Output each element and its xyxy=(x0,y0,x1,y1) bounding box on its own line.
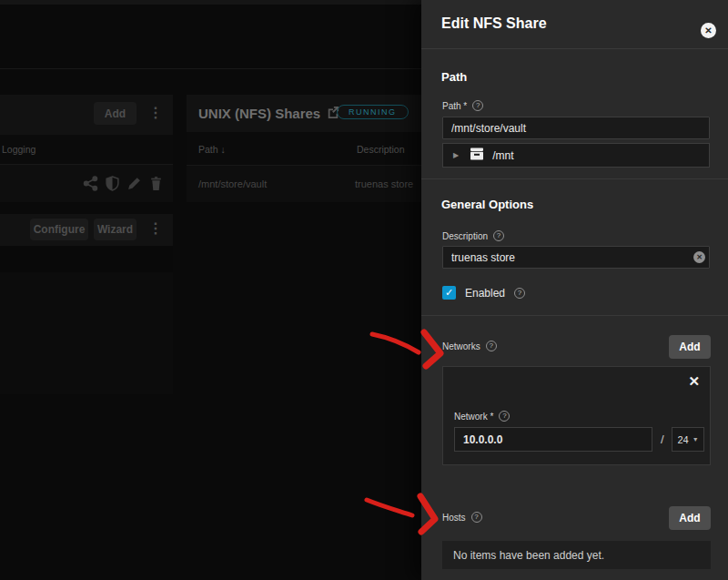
smb-menu-icon[interactable]: ⋮ xyxy=(148,106,163,120)
nfs-table-row[interactable]: /mnt/store/vault truenas store xyxy=(187,165,421,202)
enabled-label: Enabled xyxy=(465,287,505,300)
delete-icon[interactable] xyxy=(148,176,164,191)
screen: Add ⋮ Logging xyxy=(0,0,728,580)
path-tree-node[interactable]: ▶ /mnt xyxy=(442,143,710,168)
remove-network-icon[interactable]: ✕ xyxy=(688,374,700,388)
hosts-empty-text: No items have been added yet. xyxy=(453,549,604,562)
path-section-heading: Path xyxy=(441,70,467,84)
section-divider xyxy=(421,178,728,179)
iscsi-table-body xyxy=(0,272,173,394)
hosts-label: Hosts xyxy=(442,513,466,523)
nfs-table-header: Path ↓ Description xyxy=(187,132,421,165)
description-field-label: Description ? xyxy=(442,230,504,241)
iscsi-wizard-button[interactable]: Wizard xyxy=(94,219,136,240)
nfs-column-path[interactable]: Path ↓ xyxy=(198,144,226,155)
nfs-shares-card: UNIX (NFS) Shares RUNNING Path ↓ Descrip… xyxy=(187,95,421,202)
general-options-heading: General Options xyxy=(441,198,533,211)
help-icon[interactable]: ? xyxy=(472,100,483,111)
iscsi-card: Configure Wizard ⋮ xyxy=(0,214,173,394)
network-field-label: Network * ? xyxy=(454,411,510,422)
folder-icon xyxy=(470,148,484,164)
nfs-card-title: UNIX (NFS) Shares xyxy=(198,106,320,121)
smb-column-logging: Logging xyxy=(2,144,35,155)
iscsi-configure-button[interactable]: Configure xyxy=(30,219,88,240)
smb-table-row xyxy=(0,164,173,202)
clear-input-icon[interactable]: ✕ xyxy=(693,251,705,263)
close-icon[interactable]: ✕ xyxy=(701,23,716,38)
networks-add-button[interactable]: Add xyxy=(669,335,711,359)
share-icon[interactable] xyxy=(83,176,98,191)
iscsi-table-header xyxy=(0,246,173,272)
cidr-separator: / xyxy=(661,432,664,446)
description-input[interactable] xyxy=(442,246,710,269)
help-icon[interactable]: ? xyxy=(486,341,497,351)
panel-title: Edit NFS Share xyxy=(441,15,547,32)
smb-row-actions xyxy=(83,176,164,191)
network-input[interactable] xyxy=(454,427,652,452)
nfs-column-description[interactable]: Description xyxy=(357,144,405,155)
help-icon[interactable]: ? xyxy=(471,512,482,523)
chevron-down-icon: ▼ xyxy=(693,436,699,443)
iscsi-menu-icon[interactable]: ⋮ xyxy=(148,221,163,236)
prefix-select[interactable]: 24 ▼ xyxy=(672,427,704,452)
networks-label: Networks xyxy=(442,341,480,351)
path-field-label: Path * ? xyxy=(442,100,483,111)
iscsi-card-header: Configure Wizard ⋮ xyxy=(0,214,173,246)
smb-shares-card: Add ⋮ Logging xyxy=(0,95,173,202)
shield-icon[interactable] xyxy=(105,176,120,191)
help-icon[interactable]: ? xyxy=(514,288,525,299)
help-icon[interactable]: ? xyxy=(499,411,510,422)
help-icon[interactable]: ? xyxy=(493,230,504,241)
panel-header: Edit NFS Share ✕ xyxy=(421,0,728,49)
dimmed-background: Add ⋮ Logging xyxy=(0,0,421,580)
prefix-value: 24 xyxy=(677,434,688,445)
top-bar xyxy=(0,0,421,5)
nfs-status-badge[interactable]: RUNNING xyxy=(337,105,409,119)
tree-node-label: /mnt xyxy=(492,149,513,162)
path-input[interactable] xyxy=(442,117,710,139)
section-divider xyxy=(421,315,728,316)
hosts-add-button[interactable]: Add xyxy=(669,506,711,530)
nfs-card-header: UNIX (NFS) Shares RUNNING xyxy=(187,95,421,132)
smb-add-button[interactable]: Add xyxy=(94,102,136,125)
nfs-row-description: truenas store xyxy=(355,178,413,189)
hosts-empty-box: No items have been added yet. xyxy=(442,541,711,569)
tree-expand-icon[interactable]: ▶ xyxy=(453,151,459,159)
nfs-row-path: /mnt/store/vault xyxy=(198,178,267,189)
enabled-checkbox[interactable]: ✓ xyxy=(442,286,456,300)
sort-down-icon: ↓ xyxy=(221,144,226,155)
smb-card-header: Add ⋮ xyxy=(0,95,173,135)
network-entry-card: ✕ Network * ? / 24 ▼ xyxy=(442,366,711,465)
edit-icon[interactable] xyxy=(126,176,142,191)
header-divider xyxy=(0,68,421,69)
smb-table-header: Logging xyxy=(0,135,173,164)
edit-nfs-share-panel: Edit NFS Share ✕ Path Path * ? ▶ /mnt Ge… xyxy=(421,0,728,580)
enabled-row: ✓ Enabled ? xyxy=(442,286,525,300)
